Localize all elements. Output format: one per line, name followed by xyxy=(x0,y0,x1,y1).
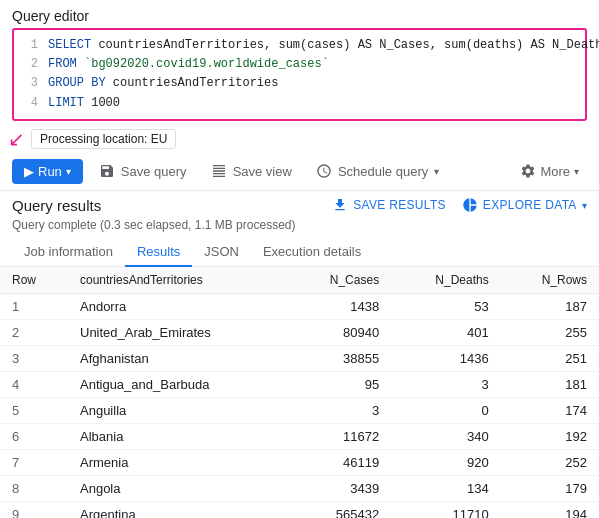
cell-cases: 3439 xyxy=(287,475,391,501)
cell-cases: 80940 xyxy=(287,319,391,345)
cell-cases: 565432 xyxy=(287,501,391,518)
run-icon: ▶ xyxy=(24,164,34,179)
cell-nrows: 181 xyxy=(501,371,599,397)
cell-country: Argentina xyxy=(68,501,287,518)
code-editor[interactable]: 1 SELECT countriesAndTerritories, sum(ca… xyxy=(12,28,587,121)
more-chevron-icon: ▾ xyxy=(574,166,579,177)
save-query-button[interactable]: Save query xyxy=(91,159,195,183)
cell-row: 9 xyxy=(0,501,68,518)
cell-deaths: 340 xyxy=(391,423,501,449)
cell-nrows: 194 xyxy=(501,501,599,518)
cell-cases: 1438 xyxy=(287,293,391,319)
cell-country: Albania xyxy=(68,423,287,449)
cell-country: Antigua_and_Barbuda xyxy=(68,371,287,397)
cell-country: Armenia xyxy=(68,449,287,475)
query-status: Query complete (0.3 sec elapsed, 1.1 MB … xyxy=(0,216,599,236)
cell-country: United_Arab_Emirates xyxy=(68,319,287,345)
cell-nrows: 174 xyxy=(501,397,599,423)
save-results-button[interactable]: SAVE RESULTS xyxy=(332,197,446,213)
tab-job-information[interactable]: Job information xyxy=(12,236,125,267)
download-icon xyxy=(332,197,348,213)
cell-deaths: 1436 xyxy=(391,345,501,371)
explore-chevron-icon: ▾ xyxy=(582,200,587,211)
query-editor-section: Query editor 1 SELECT countriesAndTerrit… xyxy=(0,0,599,190)
table-row: 3 Afghanistan 38855 1436 251 xyxy=(0,345,599,371)
tab-json[interactable]: JSON xyxy=(192,236,251,267)
cell-nrows: 187 xyxy=(501,293,599,319)
cell-nrows: 255 xyxy=(501,319,599,345)
cell-deaths: 3 xyxy=(391,371,501,397)
table-row: 1 Andorra 1438 53 187 xyxy=(0,293,599,319)
table-row: 6 Albania 11672 340 192 xyxy=(0,423,599,449)
results-table: Row countriesAndTerritories N_Cases N_De… xyxy=(0,267,599,518)
cell-nrows: 252 xyxy=(501,449,599,475)
explore-icon xyxy=(462,197,478,213)
table-row: 2 United_Arab_Emirates 80940 401 255 xyxy=(0,319,599,345)
results-header: Query results SAVE RESULTS EXPLORE DATA … xyxy=(0,190,599,216)
col-ndeaths: N_Deaths xyxy=(391,267,501,294)
cell-cases: 11672 xyxy=(287,423,391,449)
results-tabs: Job information Results JSON Execution d… xyxy=(0,236,599,267)
cell-deaths: 11710 xyxy=(391,501,501,518)
col-countries: countriesAndTerritories xyxy=(68,267,287,294)
col-nrows: N_Rows xyxy=(501,267,599,294)
run-button[interactable]: ▶ Run ▾ xyxy=(12,159,83,184)
save-view-icon xyxy=(211,163,227,179)
tab-results[interactable]: Results xyxy=(125,236,192,267)
table-row: 5 Anguilla 3 0 174 xyxy=(0,397,599,423)
cell-nrows: 251 xyxy=(501,345,599,371)
schedule-icon xyxy=(316,163,332,179)
cell-row: 4 xyxy=(0,371,68,397)
cell-cases: 3 xyxy=(287,397,391,423)
results-table-body: 1 Andorra 1438 53 187 2 United_Arab_Emir… xyxy=(0,293,599,518)
cell-deaths: 920 xyxy=(391,449,501,475)
cell-row: 5 xyxy=(0,397,68,423)
table-header-row: Row countriesAndTerritories N_Cases N_De… xyxy=(0,267,599,294)
schedule-query-button[interactable]: Schedule query ▾ xyxy=(308,159,447,183)
query-results-section: Query results SAVE RESULTS EXPLORE DATA … xyxy=(0,190,599,518)
cell-cases: 95 xyxy=(287,371,391,397)
cell-cases: 38855 xyxy=(287,345,391,371)
cell-row: 8 xyxy=(0,475,68,501)
cell-row: 2 xyxy=(0,319,68,345)
schedule-chevron-icon: ▾ xyxy=(434,166,439,177)
cell-deaths: 0 xyxy=(391,397,501,423)
results-table-wrap: Row countriesAndTerritories N_Cases N_De… xyxy=(0,267,599,518)
gear-icon xyxy=(520,163,536,179)
cell-deaths: 134 xyxy=(391,475,501,501)
table-row: 4 Antigua_and_Barbuda 95 3 181 xyxy=(0,371,599,397)
cell-row: 6 xyxy=(0,423,68,449)
query-toolbar: ▶ Run ▾ Save query Save view Schedule qu… xyxy=(0,153,599,190)
explore-data-button[interactable]: EXPLORE DATA ▾ xyxy=(462,197,587,213)
processing-row: ↙ Processing location: EU xyxy=(0,121,599,153)
cell-deaths: 401 xyxy=(391,319,501,345)
cell-nrows: 192 xyxy=(501,423,599,449)
cell-row: 1 xyxy=(0,293,68,319)
pink-arrow-icon: ↙ xyxy=(8,127,25,151)
cell-row: 7 xyxy=(0,449,68,475)
table-row: 9 Argentina 565432 11710 194 xyxy=(0,501,599,518)
col-row: Row xyxy=(0,267,68,294)
cell-country: Andorra xyxy=(68,293,287,319)
query-editor-title: Query editor xyxy=(0,0,599,28)
cell-cases: 46119 xyxy=(287,449,391,475)
results-title: Query results xyxy=(12,197,332,214)
cell-country: Anguilla xyxy=(68,397,287,423)
table-row: 7 Armenia 46119 920 252 xyxy=(0,449,599,475)
cell-row: 3 xyxy=(0,345,68,371)
save-view-button[interactable]: Save view xyxy=(203,159,300,183)
tab-execution-details[interactable]: Execution details xyxy=(251,236,373,267)
more-button[interactable]: More ▾ xyxy=(512,159,587,183)
results-actions: SAVE RESULTS EXPLORE DATA ▾ xyxy=(332,197,587,213)
cell-country: Afghanistan xyxy=(68,345,287,371)
cell-nrows: 179 xyxy=(501,475,599,501)
save-query-icon xyxy=(99,163,115,179)
table-row: 8 Angola 3439 134 179 xyxy=(0,475,599,501)
run-chevron-icon: ▾ xyxy=(66,166,71,177)
processing-location: Processing location: EU xyxy=(31,129,176,149)
cell-country: Angola xyxy=(68,475,287,501)
cell-deaths: 53 xyxy=(391,293,501,319)
col-ncases: N_Cases xyxy=(287,267,391,294)
